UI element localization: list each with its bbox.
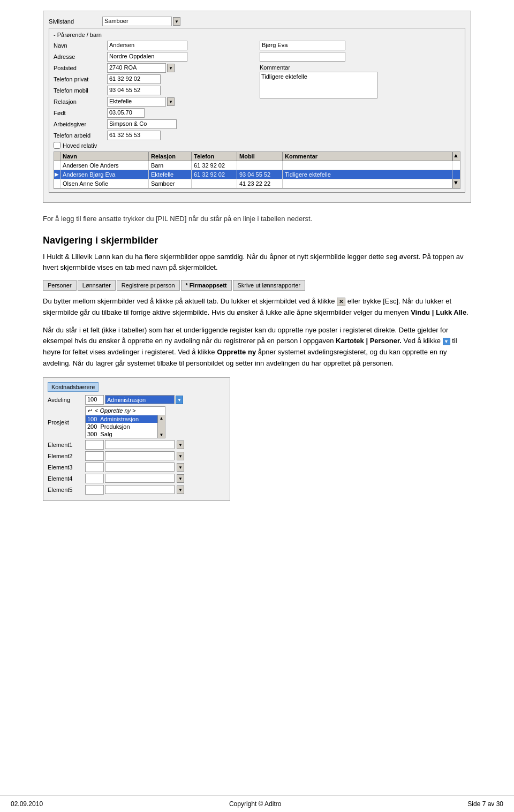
relasjon-dropdown-arrow[interactable]: ▼	[167, 97, 175, 106]
element1-input[interactable]	[105, 440, 175, 449]
kommentar-box[interactable]: Tidligere ektefelle	[260, 72, 377, 98]
element4-code[interactable]	[85, 474, 104, 483]
row-kommentar-2: Tidligere ektefelle	[283, 170, 452, 179]
table-row[interactable]: Andersen Ole Anders Barn 61 32 92 02	[54, 161, 460, 170]
element3-code[interactable]	[85, 462, 104, 472]
nav-section-heading: Navigering i skjermbilder	[43, 235, 471, 246]
telefon-arb-row: Telefon arbeid 61 32 55 53	[54, 131, 254, 140]
tab-personer[interactable]: Personer	[43, 280, 77, 291]
row-scroll-down[interactable]: ▼	[452, 179, 460, 188]
element2-arrow[interactable]: ▼	[177, 452, 184, 460]
element1-arrow[interactable]: ▼	[177, 441, 184, 449]
telefon-arb-input[interactable]: 61 32 55 53	[107, 131, 161, 140]
row-kommentar-3	[283, 179, 452, 188]
sivilstand-input[interactable]: Samboer	[102, 17, 172, 26]
avdeling-label: Avdeling	[48, 397, 85, 403]
element1-code[interactable]	[85, 440, 104, 450]
row-telefon-1: 61 32 92 02	[192, 161, 237, 170]
relasjon-input[interactable]: Ektefelle	[107, 97, 166, 107]
telefon-priv-row: Telefon privat 61 32 92 02	[54, 74, 254, 84]
dropdown-item-300[interactable]: 300 Salg	[86, 430, 157, 438]
tab-firmaoppsett[interactable]: * Firmaoppsett	[181, 280, 232, 291]
row-mobil-3: 41 23 22 22	[237, 179, 283, 188]
nav-para1: I Huldt & Lillevik Lønn kan du ha flere …	[43, 252, 471, 274]
poststed-dropdown-arrow[interactable]: ▼	[167, 64, 175, 72]
fodt-input[interactable]: 03.05.70	[107, 108, 145, 118]
avdeling-dropdown-arrow[interactable]: ▼	[176, 396, 183, 404]
navn-label: Navn	[54, 42, 107, 49]
element2-input[interactable]	[105, 451, 175, 460]
hoved-relativ-row: Hoved relativ	[54, 142, 460, 149]
opprette-ny-option[interactable]: ↵ < Opprette ny >	[86, 407, 165, 415]
footer-page-info: Side 7 av 30	[467, 800, 503, 808]
element5-row: Element5 ▼	[48, 485, 225, 495]
telefon-mob-input[interactable]: 93 04 55 52	[107, 86, 161, 95]
avdeling-row: Avdeling 100 Administrasjon ▼	[48, 395, 225, 405]
prosjekt-row: Prosjekt ↵ < Opprette ny > 100 Administr…	[48, 406, 225, 438]
adresse2-input[interactable]	[260, 52, 345, 62]
element3-label: Element3	[48, 464, 85, 470]
element5-input[interactable]	[105, 485, 175, 494]
sivilstand-dropdown-arrow[interactable]: ▼	[173, 17, 180, 26]
opprette-ny-text: Opprette ny	[217, 348, 256, 356]
poststed-row: Poststed 2740 ROA ▼	[54, 63, 254, 73]
row-scroll-2	[452, 170, 460, 179]
poststed2-row: Kommentar Tidligere ektefelle	[260, 63, 460, 98]
row-navn-3: Olsen Anne Sofie	[61, 179, 149, 188]
hoved-relativ-label: Hoved relativ	[63, 142, 97, 149]
row-navn-1: Andersen Ole Anders	[61, 161, 149, 170]
element3-input[interactable]	[105, 462, 175, 472]
dropdown-item-200[interactable]: 200 Produksjon	[86, 423, 157, 430]
element2-code[interactable]	[85, 451, 104, 461]
telefon-priv-input[interactable]: 61 32 92 02	[107, 74, 161, 84]
element4-input[interactable]	[105, 474, 175, 483]
nav-para3: Når du står i et felt (ikke i tabeller) …	[43, 325, 471, 369]
element3-arrow[interactable]: ▼	[177, 463, 184, 472]
telefon-mob-label: Telefon mobil	[54, 87, 107, 94]
footer-date: 02.09.2010	[11, 800, 43, 808]
table-row[interactable]: Olsen Anne Sofie Samboer 41 23 22 22 ▼	[54, 179, 460, 188]
scroll-down-icon[interactable]: ▼	[160, 432, 164, 437]
telefon-priv-label: Telefon privat	[54, 76, 107, 82]
page-footer: 02.09.2010 Copyright © Aditro Side 7 av …	[0, 795, 514, 812]
adresse-input[interactable]: Nordre Oppdalen	[107, 52, 187, 62]
hoved-relativ-checkbox[interactable]	[54, 142, 61, 149]
table-row[interactable]: ▶ Andersen Bjørg Eva Ektefelle 61 32 92 …	[54, 170, 460, 179]
arbeidsgiver-input[interactable]: Simpson & Co	[107, 119, 177, 129]
element5-arrow[interactable]: ▼	[177, 485, 184, 494]
vindu-lukk-text: Vindu | Lukk Alle	[411, 308, 466, 316]
element1-row: Element1 ▼	[48, 440, 225, 450]
table-header: Navn Relasjon Telefon Mobil Kommentar ▲	[54, 152, 460, 161]
avdeling-code-input[interactable]: 100	[85, 395, 104, 405]
close-x-icon: ✕	[337, 298, 345, 306]
table-header-telefon: Telefon	[192, 152, 237, 161]
telefon-mob-row: Telefon mobil 93 04 55 52	[54, 86, 254, 95]
tab-registrere[interactable]: Registrere pr.person	[117, 280, 180, 291]
row-telefon-3	[192, 179, 237, 188]
tab-skriveutrapporter[interactable]: Skrive ut lønnsrapporter	[233, 280, 305, 291]
avdeling-name-input[interactable]: Administrasjon	[105, 395, 175, 404]
element3-row: Element3 ▼	[48, 462, 225, 472]
table-scroll-up[interactable]: ▲	[452, 152, 460, 161]
element5-code[interactable]	[85, 485, 104, 495]
dropdown-arrow-icon: ▼	[443, 338, 450, 345]
row-kommentar-1	[283, 161, 452, 170]
tab-lonnsarter[interactable]: Lønnsarter	[78, 280, 116, 291]
navn2-input[interactable]: Bjørg Eva	[260, 41, 345, 50]
row-mobil-1	[237, 161, 283, 170]
navn-input[interactable]: Andersen	[107, 41, 187, 50]
page-content: Sivilstand Samboer ▼ - Pårørende / barn …	[0, 0, 514, 533]
kostnadsbærere-title: Kostnadsbærere	[48, 382, 99, 392]
poststed-input[interactable]: 2740 ROA	[107, 63, 166, 73]
row-scroll-1	[452, 161, 460, 170]
element4-arrow[interactable]: ▼	[177, 474, 184, 483]
prosjekt-label: Prosjekt	[48, 419, 85, 426]
row-mobil-2: 93 04 55 52	[237, 170, 283, 179]
adresse-row: Adresse Nordre Oppdalen	[54, 52, 254, 62]
parorende-section: - Pårørende / barn Navn Andersen Adresse…	[49, 28, 465, 193]
element2-row: Element2 ▼	[48, 451, 225, 461]
scroll-up-icon[interactable]: ▲	[160, 416, 164, 421]
dropdown-item-100[interactable]: 100 Administrasjon	[86, 415, 157, 423]
left-col: Navn Andersen Adresse Nordre Oppdalen Po…	[54, 41, 254, 142]
table-header-navn: Navn	[61, 152, 149, 161]
